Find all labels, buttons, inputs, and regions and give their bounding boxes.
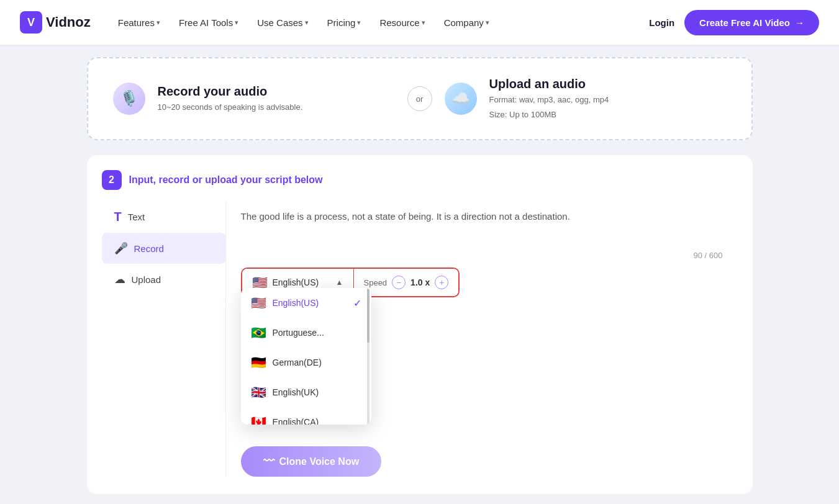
chevron-up-icon: ▲ [336, 278, 343, 287]
chevron-down-icon: ▾ [235, 19, 238, 27]
dropdown-item-en-ca[interactable]: 🇨🇦 English(CA) [241, 407, 371, 425]
chevron-down-icon: ▾ [156, 19, 160, 27]
step-badge-2: 2 [102, 170, 122, 190]
chevron-down-icon: ▾ [357, 19, 361, 27]
nav-use-cases[interactable]: Use Cases ▾ [250, 12, 315, 33]
lang-pt: Portuguese... [273, 328, 361, 338]
upload-icon: ☁️ [445, 83, 477, 115]
tab-record[interactable]: 🎤 Record [102, 233, 225, 264]
chevron-down-icon: ▾ [305, 19, 309, 27]
speed-label: Speed [364, 278, 388, 287]
step2-title: Input, record or upload your script belo… [129, 174, 323, 186]
create-free-ai-video-button[interactable]: Create Free AI Video → [684, 10, 819, 35]
nav-features[interactable]: Features ▾ [111, 12, 168, 33]
chevron-down-icon: ▾ [422, 19, 425, 27]
record-audio-area: 🎙️ Record your audio 10~20 seconds of sp… [113, 83, 395, 115]
logo[interactable]: V Vidnoz [20, 11, 91, 34]
nav-pricing[interactable]: Pricing ▾ [320, 12, 369, 33]
microphone-icon: 🎤 [114, 241, 128, 255]
tab-upload[interactable]: ☁ Upload [102, 264, 225, 295]
dropdown-item-en-us[interactable]: 🇺🇸 English(US) ✓ [241, 288, 371, 318]
step2-section: 2 Input, record or upload your script be… [87, 155, 753, 494]
or-label: or [407, 86, 432, 111]
char-count: 90 / 600 [241, 251, 723, 260]
dropdown-item-de[interactable]: 🇩🇪 German(DE) [241, 348, 371, 377]
nav-links: Features ▾ Free AI Tools ▾ Use Cases ▾ P… [111, 12, 640, 33]
flag-en-ca: 🇨🇦 [251, 415, 266, 425]
flag-en-uk: 🇬🇧 [251, 385, 266, 400]
audio-section: 🎙️ Record your audio 10~20 seconds of sp… [87, 57, 753, 140]
speed-decrease-button[interactable]: − [392, 276, 406, 289]
script-content-area: The good life is a process, not a state … [226, 201, 738, 477]
language-dropdown: 🇺🇸 English(US) ✓ 🇧🇷 Portuguese... 🇩🇪 Ger… [241, 288, 371, 425]
tab-text[interactable]: T Text [102, 201, 225, 233]
wave-icon: 〰 [263, 455, 274, 468]
chevron-down-icon: ▾ [486, 19, 489, 27]
login-button[interactable]: Login [639, 12, 684, 33]
lang-en-ca: English(CA) [273, 417, 361, 425]
script-tabs: T Text 🎤 Record ☁ Upload [102, 201, 226, 477]
record-audio-text: Record your audio 10~20 seconds of speak… [158, 84, 303, 114]
microphone-icon: 🎙️ [113, 83, 145, 115]
arrow-icon: → [795, 17, 804, 28]
dropdown-item-pt[interactable]: 🇧🇷 Portuguese... [241, 318, 371, 348]
check-icon: ✓ [353, 297, 361, 309]
flag-en-us: 🇺🇸 [251, 295, 266, 310]
upload-audio-area[interactable]: ☁️ Upload an audio Format: wav, mp3, aac… [445, 77, 727, 120]
dropdown-scroll: 🇺🇸 English(US) ✓ 🇧🇷 Portuguese... 🇩🇪 Ger… [241, 288, 371, 425]
step2-body: T Text 🎤 Record ☁ Upload The good life i… [102, 201, 738, 477]
flag-de: 🇩🇪 [251, 355, 266, 370]
logo-text: Vidnoz [46, 14, 91, 30]
clone-voice-now-button[interactable]: 〰 Clone Voice Now [241, 446, 382, 477]
main-content: 🎙️ Record your audio 10~20 seconds of sp… [72, 45, 768, 494]
speed-value: 1.0 x [410, 277, 430, 287]
text-icon: T [114, 210, 122, 224]
lang-en-us: English(US) [273, 298, 347, 308]
upload-icon: ☁ [114, 272, 125, 286]
script-text-display: The good life is a process, not a state … [241, 201, 723, 251]
logo-icon: V [20, 11, 42, 34]
nav-free-ai-tools[interactable]: Free AI Tools ▾ [171, 12, 246, 33]
dropdown-item-en-uk[interactable]: 🇬🇧 English(UK) [241, 377, 371, 407]
language-name: English(US) [273, 277, 331, 287]
navbar: V Vidnoz Features ▾ Free AI Tools ▾ Use … [0, 0, 839, 45]
flag-pt: 🇧🇷 [251, 325, 266, 340]
or-divider: or [395, 86, 445, 111]
upload-audio-text: Upload an audio Format: wav, mp3, aac, o… [489, 77, 609, 120]
nav-resource[interactable]: Resource ▾ [372, 12, 432, 33]
step2-header: 2 Input, record or upload your script be… [102, 170, 738, 190]
clone-button-wrapper: 〰 Clone Voice Now [241, 446, 723, 477]
nav-company[interactable]: Company ▾ [437, 12, 497, 33]
speed-increase-button[interactable]: + [435, 276, 448, 289]
lang-en-uk: English(UK) [273, 387, 361, 397]
lang-de: German(DE) [273, 358, 361, 367]
